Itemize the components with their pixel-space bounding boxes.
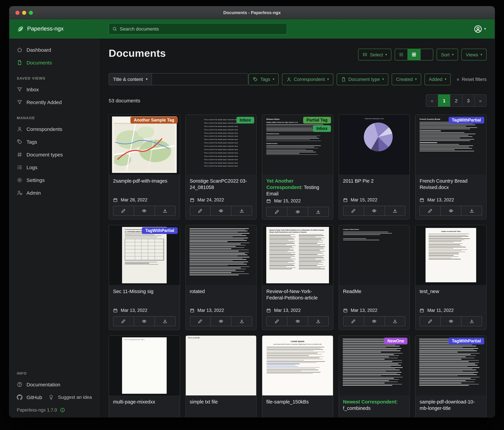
tag-badge[interactable]: Inbox bbox=[236, 117, 254, 123]
document-title[interactable]: test_new bbox=[420, 288, 482, 301]
sidebar-item-documentation[interactable]: Documentation bbox=[9, 378, 100, 391]
document-thumbnail[interactable]: 11. CONTINUING MEDICAL EDUCA TagWithPart… bbox=[109, 225, 180, 285]
created-filter-button[interactable]: Created ▾ bbox=[392, 73, 421, 85]
edit-document-button[interactable] bbox=[190, 206, 211, 216]
edit-document-button[interactable] bbox=[343, 206, 364, 216]
info-circle-icon[interactable] bbox=[60, 408, 65, 412]
document-title[interactable]: 2011 BP Pie 2 bbox=[343, 178, 405, 191]
document-title[interactable]: Sec 11-Missing sig bbox=[113, 288, 176, 301]
search-box[interactable] bbox=[109, 23, 287, 35]
tag-badge[interactable]: Another Sample Tag bbox=[130, 117, 178, 123]
document-card[interactable]: 11. CONTINUING MEDICAL EDUCA TagWithPart… bbox=[109, 225, 180, 330]
document-card[interactable]: This is a test file. simple txt file bbox=[185, 335, 257, 417]
view-document-button[interactable] bbox=[441, 206, 462, 216]
brand[interactable]: Paperless-ngx bbox=[9, 25, 101, 33]
tag-badge[interactable]: TagWithPartial bbox=[142, 227, 178, 234]
document-card[interactable]: rotated Mar 13, 2022 bbox=[185, 225, 257, 330]
sidebar-item-logs[interactable]: Logs bbox=[9, 161, 100, 174]
document-thumbnail[interactable]: Another Sample Tag bbox=[109, 115, 180, 175]
document-title[interactable]: sample-pdf-download-10-mb-longer-title bbox=[420, 399, 482, 412]
tag-badge[interactable]: TagWithPartial bbox=[449, 117, 484, 123]
sidebar-item-inbox[interactable]: Inbox bbox=[9, 83, 100, 96]
pagination-next-button[interactable]: » bbox=[474, 94, 486, 107]
document-card[interactable]: TagWithPartial sample-pdf-download-10-mb… bbox=[415, 335, 486, 417]
sidebar-item-settings[interactable]: Settings bbox=[9, 174, 100, 186]
edit-document-button[interactable] bbox=[420, 316, 441, 326]
correspondent-link[interactable]: Yet Another Correspondent bbox=[266, 178, 301, 190]
view-document-button[interactable] bbox=[210, 206, 232, 216]
document-thumbnail[interactable]: Lorem ipsumLorem ipsum dolor sit amet, c… bbox=[262, 336, 333, 395]
document-thumbnail[interactable]: Release NotesSimba ODBC Driver for SQL S… bbox=[262, 115, 333, 175]
search-input[interactable] bbox=[120, 26, 283, 32]
document-title[interactable]: ReadMe bbox=[343, 288, 405, 301]
document-thumbnail[interactable]: Adobe Acrobat PDF Files bbox=[416, 225, 486, 285]
download-document-button[interactable] bbox=[461, 206, 482, 216]
correspondent-link[interactable]: Newest Correspondent bbox=[343, 399, 396, 404]
sort-button[interactable]: Sort ▾ bbox=[437, 49, 458, 60]
view-document-button[interactable] bbox=[287, 316, 308, 326]
tag-badge[interactable]: Inbox bbox=[313, 125, 331, 132]
document-card[interactable]: Contact Sheet Demo ReadMe Mar 13, 2022 bbox=[339, 225, 410, 330]
edit-document-button[interactable] bbox=[343, 316, 364, 326]
document-title[interactable]: multi-page-mixedxx bbox=[113, 399, 176, 412]
document-thumbnail[interactable]: Contact Sheet Demo bbox=[339, 225, 410, 285]
sidebar-item-correspondents[interactable]: Correspondents bbox=[9, 122, 100, 135]
download-document-button[interactable] bbox=[154, 316, 176, 326]
edit-document-button[interactable] bbox=[190, 316, 211, 326]
minimize-window-button[interactable] bbox=[22, 10, 26, 15]
pagination-page-2-button[interactable]: 2 bbox=[450, 94, 462, 107]
document-card[interactable]: Lorem ipsumLorem ipsum dolor sit amet, c… bbox=[262, 335, 333, 417]
document-thumbnail[interactable] bbox=[186, 225, 256, 285]
download-document-button[interactable] bbox=[385, 206, 405, 216]
document-thumbnail[interactable]: Review of New York Federal Petitions for… bbox=[262, 225, 333, 285]
view-document-button[interactable] bbox=[210, 316, 232, 326]
document-card[interactable]: Release NotesSimba ODBC Driver for SQL S… bbox=[262, 114, 333, 220]
pagination-page-1-button[interactable]: 1 bbox=[438, 94, 450, 107]
view-document-button[interactable] bbox=[364, 206, 385, 216]
sidebar-item-admin[interactable]: Admin bbox=[9, 186, 100, 199]
document-title[interactable]: French Country Bread Revised.docx bbox=[420, 178, 482, 191]
download-document-button[interactable] bbox=[308, 316, 329, 326]
document-card[interactable]: Another Sample Tag 2sample-pdf-with-imag… bbox=[109, 114, 180, 220]
view-document-button[interactable] bbox=[134, 206, 155, 216]
sidebar-item-github[interactable]: GitHub bbox=[9, 391, 45, 403]
document-thumbnail[interactable]: TagWithPartial bbox=[416, 336, 486, 395]
sidebar-item-suggest-idea[interactable]: Suggest an idea bbox=[45, 391, 94, 403]
view-document-button[interactable] bbox=[441, 316, 462, 326]
document-thumbnail[interactable]: NewOne bbox=[339, 336, 410, 395]
detail-view-button[interactable] bbox=[420, 49, 433, 60]
zoom-window-button[interactable] bbox=[29, 10, 33, 15]
tag-badge[interactable]: Partial Tag bbox=[303, 117, 331, 123]
document-title[interactable]: rotated bbox=[190, 288, 252, 301]
edit-document-button[interactable] bbox=[113, 316, 134, 326]
select-button[interactable]: Select ▾ bbox=[358, 49, 391, 60]
document-title[interactable]: Yet Another Correspondent: Testing Email bbox=[266, 178, 329, 197]
download-document-button[interactable] bbox=[154, 206, 176, 216]
download-document-button[interactable] bbox=[461, 316, 482, 326]
document-card[interactable]: Patient BP Distribution 2011 2011 BP Pie… bbox=[339, 114, 410, 220]
filter-field-button[interactable]: Title & content ▾ bbox=[109, 73, 152, 85]
pagination-page-3-button[interactable]: 3 bbox=[462, 94, 475, 107]
filter-query-input[interactable] bbox=[152, 73, 248, 85]
document-title[interactable]: Review-of-New-York-Federal-Petitions-art… bbox=[266, 288, 329, 301]
views-button[interactable]: Views ▾ bbox=[461, 49, 486, 60]
document-thumbnail[interactable]: Patient BP Distribution 2011 bbox=[339, 115, 410, 175]
grid-view-button[interactable] bbox=[407, 49, 421, 60]
tags-filter-button[interactable]: Tags ▾ bbox=[249, 73, 279, 85]
document-title[interactable]: Sonstige ScanPC2022 03-24_081058 bbox=[190, 178, 252, 191]
tag-badge[interactable]: NewOne bbox=[384, 338, 408, 344]
sidebar-item-dashboard[interactable]: Dashboard bbox=[9, 43, 100, 56]
added-filter-button[interactable]: Added ▾ bbox=[424, 73, 451, 85]
view-document-button[interactable] bbox=[287, 207, 308, 217]
sidebar-item-document-types[interactable]: Document types bbox=[9, 148, 100, 161]
edit-document-button[interactable] bbox=[420, 206, 441, 216]
sidebar-item-recently-added[interactable]: Recently Added bbox=[9, 96, 100, 108]
document-card[interactable]: Adobe Acrobat PDF Files test_new Mar 11,… bbox=[415, 225, 486, 330]
sidebar-item-documents[interactable]: Documents bbox=[9, 56, 100, 69]
edit-document-button[interactable] bbox=[266, 207, 287, 217]
tag-badge[interactable]: TagWithPartial bbox=[449, 338, 484, 344]
edit-document-button[interactable] bbox=[266, 316, 287, 326]
close-window-button[interactable] bbox=[15, 10, 19, 15]
download-document-button[interactable] bbox=[231, 316, 252, 326]
document-title[interactable]: 2sample-pdf-with-images bbox=[113, 178, 176, 191]
